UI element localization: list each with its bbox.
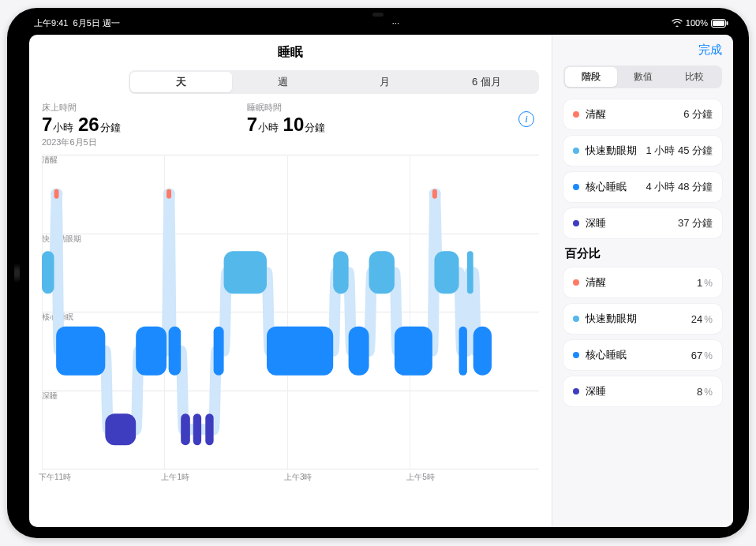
ipad-frame: 上午9:41 6月5日 週一 ··· 100% 睡眠 天週月6 個月 床上時間 … <box>7 8 749 538</box>
stage-row-awake[interactable]: 清醒 6 分鐘 <box>563 99 722 129</box>
done-button[interactable]: 完成 <box>563 43 722 58</box>
chart-segment-core[interactable] <box>136 327 167 376</box>
stage-dot-rem <box>573 148 579 154</box>
chart-segment-deep[interactable] <box>105 413 136 445</box>
stage-dot-core <box>573 184 579 190</box>
stage-dot-deep <box>573 220 579 226</box>
stage-label: 清醒 <box>586 275 606 290</box>
chart-segment-core[interactable] <box>267 327 333 376</box>
main-panel: 睡眠 天週月6 個月 床上時間 7小時 26分鐘 2023年6月5日 睡眠時間 … <box>29 35 552 527</box>
stage-label: 深睡 <box>586 384 606 398</box>
battery-pct: 100% <box>686 18 708 28</box>
segment-天[interactable]: 天 <box>130 72 232 92</box>
stage-label: 快速動眼期 <box>586 144 637 158</box>
stage-row-awake[interactable]: 清醒 1% <box>563 267 722 297</box>
stage-dot-deep <box>573 388 579 395</box>
chart-segment-rem[interactable] <box>42 251 54 294</box>
duration-section: 清醒 6 分鐘 快速動眼期 1 小時 45 分鐘 核心睡眠 4 小時 48 分鐘… <box>563 99 722 238</box>
stage-value: 24% <box>691 313 713 325</box>
stage-row-deep[interactable]: 深睡 8% <box>563 376 722 406</box>
x-tick: 上午3時 <box>284 472 313 483</box>
stage-value: 8% <box>697 386 713 398</box>
stage-dot-core <box>573 352 579 358</box>
sleep-stage-chart[interactable]: 清醒快速動眼期核心睡眠深睡下午11時上午1時上午3時上午5時 <box>42 155 539 518</box>
chart-segment-core[interactable] <box>214 327 224 376</box>
chart-segment-core[interactable] <box>395 327 432 376</box>
time-asleep: 睡眠時間 7小時 10分鐘 <box>247 102 326 148</box>
stage-label: 清醒 <box>586 107 606 122</box>
time-in-bed-label: 床上時間 <box>42 102 121 114</box>
camera-notch <box>372 13 384 17</box>
status-left: 上午9:41 6月5日 週一 <box>34 17 120 29</box>
time-in-bed-value: 7小時 26分鐘 <box>42 114 121 136</box>
stage-value: 6 分鐘 <box>683 107 713 122</box>
chart-segment-rem[interactable] <box>467 251 473 294</box>
status-date: 6月5日 週一 <box>73 18 120 28</box>
stage-row-rem[interactable]: 快速動眼期 1 小時 45 分鐘 <box>563 136 722 166</box>
chart-segment-deep[interactable] <box>193 413 201 445</box>
percent-section-title: 百分比 <box>565 246 722 261</box>
stage-value: 4 小時 48 分鐘 <box>646 180 713 194</box>
time-asleep-value: 7小時 10分鐘 <box>247 114 326 136</box>
stage-label: 深睡 <box>586 216 606 230</box>
time-in-bed: 床上時間 7小時 26分鐘 2023年6月5日 <box>42 102 121 148</box>
stage-value: 37 分鐘 <box>678 216 713 230</box>
x-tick: 上午5時 <box>406 472 435 483</box>
chart-segment-rem[interactable] <box>333 251 348 294</box>
status-right: 100% <box>672 18 728 28</box>
info-button[interactable]: i <box>518 111 534 127</box>
x-tick: 下午11時 <box>39 472 71 483</box>
stage-dot-awake <box>573 279 579 286</box>
home-indicator <box>14 264 20 282</box>
percent-section: 清醒 1% 快速動眼期 24% 核心睡眠 67% 深睡 8% <box>563 267 722 406</box>
stage-label: 核心睡眠 <box>586 348 627 362</box>
stage-label: 快速動眼期 <box>586 312 637 326</box>
stage-row-rem[interactable]: 快速動眼期 24% <box>563 304 722 334</box>
detail-segmented-control[interactable]: 階段數值比較 <box>563 65 722 88</box>
segment-比較[interactable]: 比較 <box>668 67 720 87</box>
status-center: ··· <box>392 18 399 28</box>
stage-dot-rem <box>573 316 579 322</box>
stage-dot-awake <box>573 111 579 118</box>
segment-階段[interactable]: 階段 <box>565 67 617 87</box>
chart-segment-rem[interactable] <box>224 251 267 294</box>
chart-segment-awake[interactable] <box>54 189 59 199</box>
chart-segment-deep[interactable] <box>205 413 213 445</box>
wifi-icon <box>672 19 683 27</box>
stage-row-core[interactable]: 核心睡眠 67% <box>563 340 722 370</box>
stage-row-deep[interactable]: 深睡 37 分鐘 <box>563 208 722 238</box>
x-tick: 上午1時 <box>161 472 189 483</box>
chart-segment-deep[interactable] <box>181 413 190 445</box>
range-segmented-control[interactable]: 天週月6 個月 <box>129 70 539 94</box>
chart-segment-awake[interactable] <box>167 189 171 199</box>
chart-segment-rem[interactable] <box>434 251 458 294</box>
stage-value: 67% <box>691 350 713 361</box>
summary-row: 床上時間 7小時 26分鐘 2023年6月5日 睡眠時間 7小時 10分鐘 i <box>42 100 539 150</box>
battery-icon <box>711 19 728 28</box>
stage-label: 核心睡眠 <box>586 180 627 194</box>
stage-row-core[interactable]: 核心睡眠 4 小時 48 分鐘 <box>563 172 722 202</box>
segment-週[interactable]: 週 <box>232 72 334 92</box>
segment-6 個月[interactable]: 6 個月 <box>436 72 537 92</box>
svg-rect-1 <box>713 21 724 26</box>
stage-value: 1% <box>697 277 713 289</box>
status-bar: 上午9:41 6月5日 週一 ··· 100% <box>29 16 733 30</box>
svg-rect-2 <box>727 21 728 25</box>
chart-segment-core[interactable] <box>349 327 369 376</box>
side-panel: 完成 階段數值比較 清醒 6 分鐘 快速動眼期 1 小時 45 分鐘 核心睡眠 … <box>552 35 733 527</box>
app-screen: 睡眠 天週月6 個月 床上時間 7小時 26分鐘 2023年6月5日 睡眠時間 … <box>29 35 733 527</box>
chart-segment-awake[interactable] <box>432 189 437 199</box>
chart-segment-core[interactable] <box>459 327 467 376</box>
time-asleep-label: 睡眠時間 <box>247 102 326 114</box>
chart-segment-core[interactable] <box>56 327 105 376</box>
segment-數值[interactable]: 數值 <box>617 67 669 87</box>
chart-segment-core[interactable] <box>169 327 182 376</box>
chart-segment-rem[interactable] <box>369 251 395 294</box>
chart-segment-core[interactable] <box>473 327 492 376</box>
stage-value: 1 小時 45 分鐘 <box>646 144 713 158</box>
page-title: 睡眠 <box>42 44 539 61</box>
summary-date: 2023年6月5日 <box>42 136 121 148</box>
segment-月[interactable]: 月 <box>334 72 436 92</box>
status-time: 上午9:41 <box>34 18 68 28</box>
